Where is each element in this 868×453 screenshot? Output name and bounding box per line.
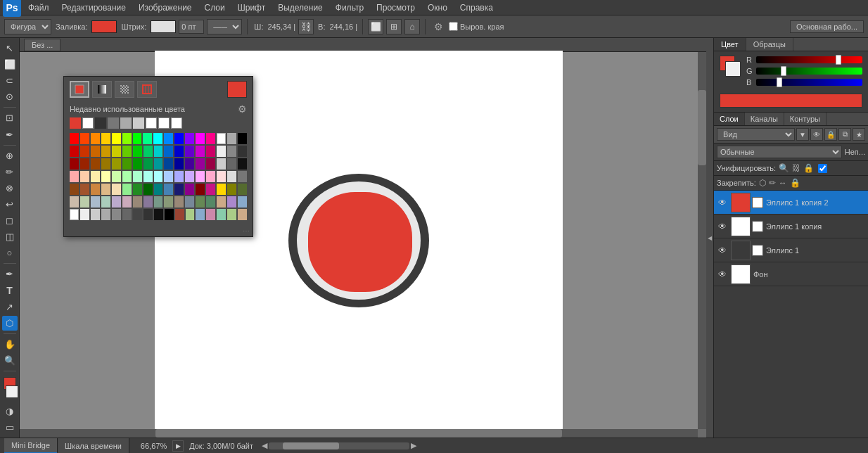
palette-cell[interactable] (154, 196, 163, 208)
palette-cell[interactable] (154, 184, 163, 195)
menu-window[interactable]: Окно (422, 1, 453, 14)
palette-cell[interactable] (185, 171, 194, 182)
cp-multicolor-btn[interactable] (137, 81, 157, 98)
palette-cell[interactable] (70, 133, 79, 144)
palette-cell[interactable] (164, 146, 173, 157)
palette-cell[interactable] (227, 158, 236, 170)
layer-item-2[interactable]: 👁 Эллипс 1 (714, 238, 868, 262)
palette-cell[interactable] (217, 209, 226, 220)
layer-eye-1[interactable]: 👁 (717, 221, 728, 232)
cp-current-color[interactable] (227, 81, 247, 98)
lock-all-icon[interactable]: 🔒 (790, 178, 800, 188)
link-dimensions-btn[interactable]: ⛓ (298, 19, 314, 34)
palette-cell[interactable] (238, 158, 247, 170)
palette-cell[interactable] (174, 158, 184, 170)
palette-cell[interactable] (227, 184, 236, 195)
palette-cell[interactable] (154, 209, 163, 220)
palette-cell[interactable] (122, 158, 132, 170)
slider-r-track[interactable] (756, 56, 862, 63)
palette-cell[interactable] (80, 196, 89, 208)
unify-icon-1[interactable]: 🔍 (779, 163, 789, 173)
palette-cell[interactable] (143, 209, 153, 220)
h-scrollbar-bottom[interactable] (269, 442, 409, 449)
gear-icon[interactable]: ⚙ (430, 19, 446, 34)
palette-cell[interactable] (227, 133, 236, 144)
move-tool[interactable]: ↖ (2, 41, 18, 56)
palette-cell[interactable] (238, 209, 247, 220)
palette-cell[interactable] (122, 133, 132, 144)
palette-cell[interactable] (112, 184, 121, 195)
palette-cell[interactable] (143, 146, 153, 157)
background-color[interactable] (6, 385, 18, 398)
palette-cell[interactable] (133, 209, 142, 220)
recent-color-5[interactable] (133, 117, 144, 129)
scroll-right-btn[interactable]: ▶ (411, 441, 416, 450)
palette-cell[interactable] (70, 146, 79, 157)
palette-cell[interactable] (91, 146, 100, 157)
palette-cell[interactable] (217, 146, 226, 157)
palette-cell[interactable] (196, 184, 205, 195)
palette-cell[interactable] (80, 158, 89, 170)
layer-item-0[interactable]: 👁 Эллипс 1 копия 2 (714, 191, 868, 215)
palette-cell[interactable] (185, 196, 194, 208)
palette-cell[interactable] (143, 158, 153, 170)
palette-cell[interactable] (206, 146, 215, 157)
recent-color-3[interactable] (108, 117, 119, 129)
select-tool[interactable]: ⬜ (2, 57, 18, 72)
palette-cell[interactable] (185, 133, 194, 144)
menu-select[interactable]: Выделение (272, 1, 328, 14)
quick-select-tool[interactable]: ⊙ (2, 89, 18, 104)
palette-cell[interactable] (196, 146, 205, 157)
palette-cell[interactable] (164, 133, 173, 144)
palette-cell[interactable] (185, 184, 194, 195)
palette-cell[interactable] (70, 196, 79, 208)
palette-cell[interactable] (227, 209, 236, 220)
layer-filter-btn[interactable]: ▼ (796, 128, 809, 141)
zoom-tool[interactable]: 🔍 (2, 353, 18, 368)
menu-help[interactable]: Справка (454, 1, 499, 14)
palette-cell[interactable] (174, 146, 184, 157)
stroke-size-input[interactable] (179, 20, 204, 34)
palette-cell[interactable] (185, 158, 194, 170)
palette-cell[interactable] (91, 209, 100, 220)
menu-view[interactable]: Просмотр (371, 1, 421, 14)
palette-cell[interactable] (154, 158, 163, 170)
palette-cell[interactable] (112, 171, 121, 182)
align-edges-checkbox[interactable] (449, 22, 458, 31)
recent-color-4[interactable] (120, 117, 132, 129)
palette-cell[interactable] (80, 133, 89, 144)
palette-cell[interactable] (80, 171, 89, 182)
menu-image[interactable]: Изображение (133, 1, 198, 14)
palette-cell[interactable] (80, 209, 89, 220)
transform-btn[interactable]: ⊞ (386, 19, 402, 34)
layer-eye-2[interactable]: 👁 (717, 245, 728, 256)
palette-cell[interactable] (196, 209, 205, 220)
palette-cell[interactable] (174, 171, 184, 182)
palette-cell[interactable] (70, 209, 79, 220)
palette-cell[interactable] (133, 133, 142, 144)
heal-tool[interactable]: ⊕ (2, 148, 18, 163)
palette-cell[interactable] (164, 184, 173, 195)
scroll-left-btn[interactable]: ◀ (262, 441, 267, 450)
path-select-tool[interactable]: ↗ (2, 300, 18, 314)
palette-cell[interactable] (206, 196, 215, 208)
lock-transparency-icon[interactable]: ⬡ (759, 178, 766, 188)
palette-cell[interactable] (185, 146, 194, 157)
palette-cell[interactable] (196, 133, 205, 144)
palette-cell[interactable] (153, 133, 162, 144)
tab-swatches[interactable]: Образцы (746, 38, 793, 51)
slider-g-track[interactable] (756, 68, 862, 75)
quick-mask-tool[interactable]: ◑ (2, 404, 18, 419)
slider-b-track[interactable] (756, 79, 862, 86)
align-btn[interactable]: ⬜ (368, 19, 383, 34)
dodge-tool[interactable]: ○ (2, 245, 18, 260)
palette-cell[interactable] (206, 133, 215, 144)
palette-cell[interactable] (122, 146, 132, 157)
palette-cell[interactable] (196, 196, 205, 208)
palette-cell[interactable] (186, 209, 195, 220)
palette-cell[interactable] (112, 146, 121, 157)
palette-cell[interactable] (143, 171, 153, 182)
scroll-thumb-horizontal[interactable] (155, 429, 562, 438)
palette-cell[interactable] (91, 184, 100, 195)
palette-cell[interactable] (91, 196, 100, 208)
